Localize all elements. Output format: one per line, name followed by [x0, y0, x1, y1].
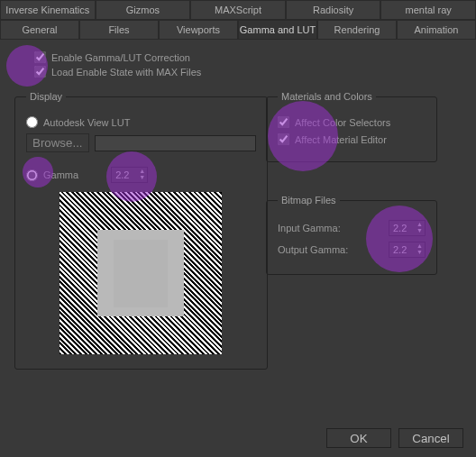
output-gamma-label: Output Gamma: [278, 244, 348, 255]
tab-gizmos[interactable]: Gizmos [96, 0, 191, 19]
bitmap-legend: Bitmap Files [278, 195, 340, 206]
tab-files[interactable]: Files [79, 20, 159, 39]
affect-color-selectors-label: Affect Color Selectors [295, 117, 390, 128]
display-group: Display Autodesk View LUT Browse... Gamm… [14, 91, 268, 370]
tab-row-1: Inverse Kinematics Gizmos MAXScript Radi… [0, 0, 476, 20]
cancel-button[interactable]: Cancel [398, 428, 463, 448]
tab-general[interactable]: General [0, 20, 79, 39]
input-gamma-value[interactable] [389, 223, 415, 233]
enable-gamma-checkbox[interactable] [34, 51, 46, 63]
lut-path-input[interactable] [95, 135, 256, 151]
tab-inverse-kinematics[interactable]: Inverse Kinematics [0, 0, 96, 19]
bitmap-group: Bitmap Files Input Gamma: ▲▼ Output Gamm… [266, 195, 437, 275]
load-enable-state-checkbox[interactable] [34, 66, 46, 78]
dialog-footer: OK Cancel [326, 428, 463, 448]
autodesk-view-lut-radio[interactable] [26, 116, 38, 128]
gamma-value-input[interactable] [112, 169, 137, 180]
gamma-preview-mid [97, 230, 184, 316]
tab-animation[interactable]: Animation [397, 20, 476, 39]
tab-maxscript[interactable]: MAXScript [190, 0, 286, 19]
tab-mental-ray[interactable]: mental ray [380, 0, 476, 19]
materials-legend: Materials and Colors [278, 91, 376, 102]
tab-viewports[interactable]: Viewports [159, 20, 238, 39]
tab-row-2: General Files Viewports Gamma and LUT Re… [0, 20, 476, 40]
load-enable-state-label: Load Enable State with MAX Files [51, 67, 201, 78]
spinner-arrows-icon[interactable]: ▲▼ [415, 221, 425, 235]
gamma-preview-center [114, 240, 168, 307]
affect-material-editor-label: Affect Material Editor [295, 134, 387, 145]
input-gamma-spinner[interactable]: ▲▼ [389, 220, 426, 236]
gamma-radio-label: Gamma [43, 169, 78, 180]
materials-group: Materials and Colors Affect Color Select… [266, 91, 437, 162]
tab-gamma-and-lut[interactable]: Gamma and LUT [238, 20, 317, 39]
tab-rendering[interactable]: Rendering [317, 20, 397, 39]
spinner-arrows-icon[interactable]: ▲▼ [415, 242, 425, 257]
ok-button[interactable]: OK [326, 428, 391, 448]
tab-radiosity[interactable]: Radiosity [286, 0, 381, 19]
affect-material-editor-checkbox[interactable] [278, 133, 289, 145]
display-legend: Display [26, 91, 66, 102]
tab-content: Enable Gamma/LUT Correction Load Enable … [0, 40, 476, 379]
spinner-arrows-icon[interactable]: ▲▼ [137, 168, 147, 182]
output-gamma-value[interactable] [389, 244, 415, 255]
gamma-preview [60, 192, 222, 354]
enable-gamma-label: Enable Gamma/LUT Correction [51, 52, 190, 63]
output-gamma-spinner[interactable]: ▲▼ [389, 242, 426, 258]
autodesk-view-lut-label: Autodesk View LUT [43, 117, 130, 128]
browse-button: Browse... [26, 133, 89, 152]
gamma-radio[interactable] [26, 169, 38, 181]
input-gamma-label: Input Gamma: [278, 223, 341, 233]
affect-color-selectors-checkbox[interactable] [278, 116, 289, 128]
gamma-spinner[interactable]: ▲▼ [111, 167, 148, 183]
